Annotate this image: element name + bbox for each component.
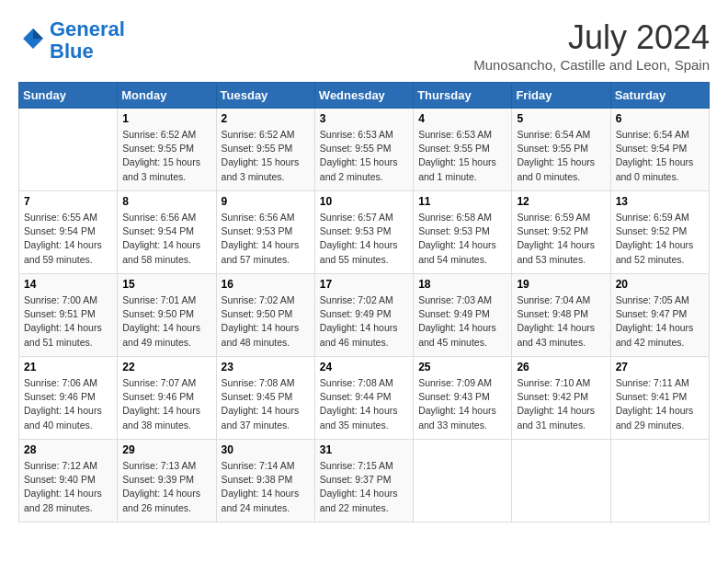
header-wednesday: Wednesday [314,83,413,109]
day-number: 20 [616,278,704,291]
day-info: Sunrise: 7:03 AM Sunset: 9:49 PM Dayligh… [418,293,506,350]
day-number: 4 [418,112,506,125]
calendar-cell: 4Sunrise: 6:53 AM Sunset: 9:55 PM Daylig… [414,109,512,191]
logo-text: General Blue [50,18,125,63]
day-number: 12 [517,195,605,208]
day-number: 16 [222,278,310,291]
calendar-cell: 9Sunrise: 6:56 AM Sunset: 9:53 PM Daylig… [216,191,314,274]
day-info: Sunrise: 6:56 AM Sunset: 9:54 PM Dayligh… [122,211,210,267]
day-info: Sunrise: 6:54 AM Sunset: 9:54 PM Dayligh… [616,128,704,184]
calendar-cell: 8Sunrise: 6:56 AM Sunset: 9:54 PM Daylig… [118,191,216,274]
calendar-cell: 10Sunrise: 6:57 AM Sunset: 9:53 PM Dayli… [314,191,413,274]
day-number: 11 [418,195,506,208]
header-saturday: Saturday [610,83,709,109]
calendar-cell: 23Sunrise: 7:08 AM Sunset: 9:45 PM Dayli… [216,357,314,440]
day-number: 21 [24,361,112,373]
day-number: 28 [24,443,112,456]
day-number: 23 [222,361,310,373]
title-block: July 2024 Munosancho, Castille and Leon,… [473,18,710,73]
calendar-cell [414,440,512,523]
calendar-week-row: 28Sunrise: 7:12 AM Sunset: 9:40 PM Dayli… [19,440,710,523]
day-number: 26 [517,361,605,373]
day-number: 31 [320,443,408,456]
header-tuesday: Tuesday [216,83,314,109]
day-number: 14 [24,278,112,291]
calendar-cell [19,109,118,191]
calendar-cell: 15Sunrise: 7:01 AM Sunset: 9:50 PM Dayli… [118,274,216,357]
day-info: Sunrise: 7:02 AM Sunset: 9:50 PM Dayligh… [222,293,310,350]
day-info: Sunrise: 7:07 AM Sunset: 9:46 PM Dayligh… [122,376,210,432]
day-number: 19 [517,278,605,291]
calendar-cell: 20Sunrise: 7:05 AM Sunset: 9:47 PM Dayli… [610,274,709,357]
calendar-cell: 28Sunrise: 7:12 AM Sunset: 9:40 PM Dayli… [19,440,118,523]
calendar-cell: 6Sunrise: 6:54 AM Sunset: 9:54 PM Daylig… [610,109,709,191]
day-info: Sunrise: 6:58 AM Sunset: 9:53 PM Dayligh… [418,211,506,267]
calendar-cell: 30Sunrise: 7:14 AM Sunset: 9:38 PM Dayli… [216,440,314,523]
day-info: Sunrise: 6:52 AM Sunset: 9:55 PM Dayligh… [222,128,310,184]
calendar-cell: 7Sunrise: 6:55 AM Sunset: 9:54 PM Daylig… [19,191,118,274]
day-info: Sunrise: 6:53 AM Sunset: 9:55 PM Dayligh… [418,128,506,184]
header-thursday: Thursday [414,83,512,109]
day-number: 27 [616,361,704,373]
day-number: 5 [517,112,605,125]
calendar-cell: 31Sunrise: 7:15 AM Sunset: 9:37 PM Dayli… [314,440,413,523]
location: Munosancho, Castille and Leon, Spain [473,57,710,73]
calendar-cell: 24Sunrise: 7:08 AM Sunset: 9:44 PM Dayli… [314,357,413,440]
day-info: Sunrise: 6:56 AM Sunset: 9:53 PM Dayligh… [222,211,310,267]
day-info: Sunrise: 6:59 AM Sunset: 9:52 PM Dayligh… [517,211,605,267]
calendar-table: SundayMondayTuesdayWednesdayThursdayFrid… [18,82,710,523]
calendar-cell: 21Sunrise: 7:06 AM Sunset: 9:46 PM Dayli… [19,357,118,440]
calendar-cell: 2Sunrise: 6:52 AM Sunset: 9:55 PM Daylig… [216,109,314,191]
day-number: 10 [320,195,408,208]
calendar-cell [610,440,709,523]
day-info: Sunrise: 6:55 AM Sunset: 9:54 PM Dayligh… [24,211,112,267]
calendar-cell: 5Sunrise: 6:54 AM Sunset: 9:55 PM Daylig… [512,109,610,191]
calendar-cell: 1Sunrise: 6:52 AM Sunset: 9:55 PM Daylig… [118,109,216,191]
day-info: Sunrise: 6:59 AM Sunset: 9:52 PM Dayligh… [616,211,704,267]
calendar-cell: 17Sunrise: 7:02 AM Sunset: 9:49 PM Dayli… [314,274,413,357]
calendar-week-row: 21Sunrise: 7:06 AM Sunset: 9:46 PM Dayli… [19,357,710,440]
header-friday: Friday [512,83,610,109]
day-number: 30 [222,443,310,456]
calendar-week-row: 14Sunrise: 7:00 AM Sunset: 9:51 PM Dayli… [19,274,710,357]
day-number: 3 [320,112,408,125]
day-info: Sunrise: 7:08 AM Sunset: 9:45 PM Dayligh… [222,376,310,432]
day-info: Sunrise: 7:01 AM Sunset: 9:50 PM Dayligh… [122,293,210,350]
day-number: 7 [24,195,112,208]
svg-marker-1 [33,29,43,39]
day-number: 17 [320,278,408,291]
calendar-week-row: 1Sunrise: 6:52 AM Sunset: 9:55 PM Daylig… [19,109,710,191]
calendar-cell: 3Sunrise: 6:53 AM Sunset: 9:55 PM Daylig… [314,109,413,191]
day-number: 25 [418,361,506,373]
calendar-cell: 11Sunrise: 6:58 AM Sunset: 9:53 PM Dayli… [414,191,512,274]
calendar-cell: 29Sunrise: 7:13 AM Sunset: 9:39 PM Dayli… [118,440,216,523]
calendar-cell: 14Sunrise: 7:00 AM Sunset: 9:51 PM Dayli… [19,274,118,357]
day-info: Sunrise: 7:08 AM Sunset: 9:44 PM Dayligh… [320,376,408,432]
calendar-cell: 16Sunrise: 7:02 AM Sunset: 9:50 PM Dayli… [216,274,314,357]
day-number: 2 [222,112,310,125]
day-info: Sunrise: 7:11 AM Sunset: 9:41 PM Dayligh… [616,376,704,432]
header-sunday: Sunday [19,83,118,109]
day-number: 29 [122,443,210,456]
day-info: Sunrise: 7:12 AM Sunset: 9:40 PM Dayligh… [24,459,112,515]
header-monday: Monday [118,83,216,109]
page-header: General Blue July 2024 Munosancho, Casti… [18,18,710,73]
calendar-cell: 12Sunrise: 6:59 AM Sunset: 9:52 PM Dayli… [512,191,610,274]
day-info: Sunrise: 7:06 AM Sunset: 9:46 PM Dayligh… [24,376,112,432]
day-info: Sunrise: 7:02 AM Sunset: 9:49 PM Dayligh… [320,293,408,350]
calendar-cell: 13Sunrise: 6:59 AM Sunset: 9:52 PM Dayli… [610,191,709,274]
day-number: 8 [122,195,210,208]
day-info: Sunrise: 7:15 AM Sunset: 9:37 PM Dayligh… [320,459,408,515]
day-info: Sunrise: 7:10 AM Sunset: 9:42 PM Dayligh… [517,376,605,432]
day-number: 22 [122,361,210,373]
logo: General Blue [18,18,125,63]
day-info: Sunrise: 7:04 AM Sunset: 9:48 PM Dayligh… [517,293,605,350]
day-info: Sunrise: 7:13 AM Sunset: 9:39 PM Dayligh… [122,459,210,515]
calendar-cell: 26Sunrise: 7:10 AM Sunset: 9:42 PM Dayli… [512,357,610,440]
calendar-cell: 22Sunrise: 7:07 AM Sunset: 9:46 PM Dayli… [118,357,216,440]
calendar-cell: 27Sunrise: 7:11 AM Sunset: 9:41 PM Dayli… [610,357,709,440]
day-info: Sunrise: 7:05 AM Sunset: 9:47 PM Dayligh… [616,293,704,350]
day-number: 6 [616,112,704,125]
day-info: Sunrise: 7:00 AM Sunset: 9:51 PM Dayligh… [24,293,112,350]
calendar-week-row: 7Sunrise: 6:55 AM Sunset: 9:54 PM Daylig… [19,191,710,274]
